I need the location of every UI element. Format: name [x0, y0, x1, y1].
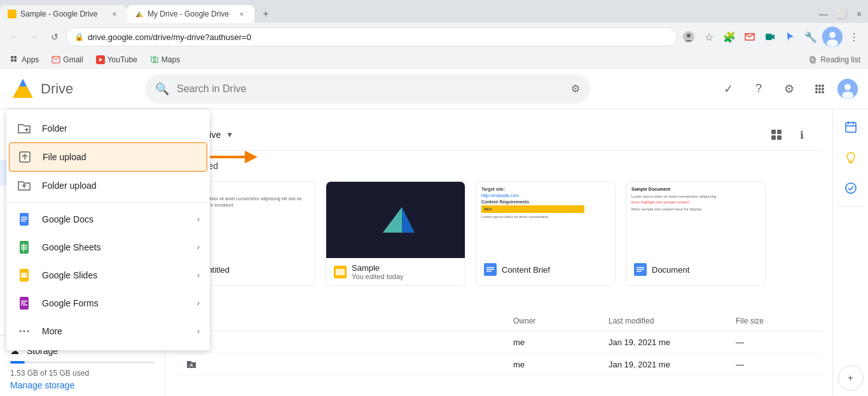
reading-list[interactable]: Reading list: [809, 55, 860, 64]
svg-rect-49: [777, 135, 782, 140]
address-bar[interactable]: 🔒 drive.google.com/drive/my-drive?authus…: [66, 27, 677, 46]
svg-rect-83: [21, 219, 27, 220]
file-thumb-3: Target site: http://example.com Content …: [476, 182, 615, 258]
profile-icon[interactable]: [680, 28, 698, 46]
file-info-2: Sample You edited today: [326, 258, 465, 285]
address-text: drive.google.com/drive/my-drive?authuser…: [88, 32, 669, 42]
svg-rect-14: [11, 56, 13, 58]
menu-item-folder[interactable]: Folder: [6, 114, 210, 142]
new-tab-button[interactable]: +: [257, 5, 275, 23]
bookmark-maps[interactable]: Maps: [148, 54, 183, 65]
tab-close-active[interactable]: ×: [237, 9, 247, 19]
svg-rect-86: [21, 245, 27, 246]
file-grid-section: Suggested Document Lorem ipsum dolor sit…: [176, 151, 822, 311]
menu-item-google-slides[interactable]: Google Slides ›: [6, 261, 210, 289]
menu-item-more[interactable]: More ›: [6, 317, 210, 345]
cursor-icon[interactable]: [782, 28, 799, 46]
list-row-2[interactable]: me Jan 19, 2021 me —: [176, 353, 822, 376]
svg-rect-46: [771, 130, 776, 134]
more-icon: [17, 324, 32, 339]
menu-label-google-sheets: Google Sheets: [42, 242, 197, 252]
reload-button[interactable]: ↺: [46, 28, 64, 46]
dropdown-menu: Folder File upload Folder upload Google …: [6, 109, 210, 350]
dropdown-chevron[interactable]: ▼: [226, 130, 233, 139]
info-button[interactable]: ℹ: [792, 125, 812, 145]
content-toolbar: My Drive ▼ ℹ: [176, 119, 822, 151]
extensions-button[interactable]: 🔧: [802, 28, 820, 46]
folder-plus-icon: [17, 121, 32, 136]
file-info-3: Content Brief: [476, 258, 615, 281]
svg-rect-61: [486, 269, 494, 270]
user-avatar[interactable]: [822, 27, 843, 47]
svg-point-7: [687, 34, 691, 38]
list-section: Name Owner Last modified File size me Ja…: [176, 311, 822, 376]
sheets-icon: [17, 240, 32, 255]
browser-maximize[interactable]: ⬜: [832, 5, 850, 23]
bookmark-maps-label: Maps: [162, 55, 180, 64]
menu-item-google-forms[interactable]: Google Forms ›: [6, 289, 210, 317]
help-support-icon[interactable]: ✓: [715, 76, 741, 102]
tab-title-inactive: Sample - Google Drive: [20, 10, 107, 18]
apps-icon: [10, 55, 19, 64]
help-icon[interactable]: ?: [746, 76, 771, 102]
file-card-3[interactable]: Target site: http://example.com Content …: [476, 181, 616, 286]
extension-button[interactable]: 🧩: [720, 28, 738, 46]
menu-item-google-docs[interactable]: Google Docs ›: [6, 205, 210, 233]
tasks-panel-icon[interactable]: [838, 175, 864, 201]
menu-item-google-sheets[interactable]: Google Sheets ›: [6, 233, 210, 261]
manage-storage-link[interactable]: Manage storage: [10, 380, 155, 390]
bookmark-gmail[interactable]: Gmail: [49, 54, 85, 65]
svg-point-99: [27, 331, 29, 332]
doc-icon-3: [484, 263, 497, 276]
svg-point-12: [829, 32, 836, 38]
settings-icon[interactable]: ⚙: [776, 76, 802, 102]
grid-view-button[interactable]: [766, 125, 787, 145]
reading-list-icon: [809, 55, 818, 64]
svg-rect-66: [637, 271, 642, 272]
file-card-4[interactable]: Sample Document Lorem ipsum dolor sit am…: [626, 181, 766, 286]
keep-panel-icon[interactable]: [838, 145, 864, 170]
folder-shared-icon-2: [186, 358, 197, 370]
svg-rect-16: [11, 59, 13, 62]
add-panel-button[interactable]: +: [838, 365, 864, 391]
menu-item-folder-upload[interactable]: Folder upload: [6, 172, 210, 200]
forward-button[interactable]: →: [25, 28, 43, 46]
gmail-bookmark-icon: [52, 55, 60, 64]
file-card-2[interactable]: Sample You edited today: [326, 181, 465, 286]
slides-icon: [17, 268, 32, 283]
back-button[interactable]: ←: [5, 28, 23, 46]
bookmark-gmail-label: Gmail: [63, 55, 83, 64]
svg-point-37: [818, 91, 821, 93]
menu-item-file-upload[interactable]: File upload: [9, 142, 207, 172]
bookmark-youtube[interactable]: YouTube: [93, 54, 140, 65]
right-panel-divider: [837, 206, 865, 207]
svg-rect-96: [23, 304, 27, 306]
toolbar-left: My Drive ▼: [186, 130, 766, 140]
forms-icon: [17, 296, 32, 311]
search-input[interactable]: [177, 83, 563, 95]
user-avatar-header[interactable]: [837, 79, 858, 99]
svg-rect-47: [777, 130, 782, 134]
tab-close-inactive[interactable]: ×: [109, 9, 120, 19]
bookmark-apps[interactable]: Apps: [8, 54, 41, 65]
menu-label-google-forms: Google Forms: [42, 298, 197, 308]
list-row-1[interactable]: me Jan 19, 2021 me —: [176, 331, 822, 353]
svg-rect-23: [810, 57, 814, 62]
more-menu-button[interactable]: ⋮: [845, 28, 863, 46]
gmail-icon[interactable]: [741, 28, 759, 46]
menu-label-more: More: [42, 326, 197, 336]
filter-icon[interactable]: ⚙: [571, 83, 580, 95]
browser-close[interactable]: ×: [850, 5, 868, 23]
menu-divider-1: [6, 202, 210, 203]
search-bar[interactable]: 🔍 ⚙: [145, 74, 590, 104]
tab-inactive[interactable]: Sample - Google Drive ×: [0, 5, 127, 23]
tab-active[interactable]: My Drive - Google Drive ×: [127, 5, 254, 23]
star-button[interactable]: ☆: [700, 28, 718, 46]
meet-icon[interactable]: [761, 28, 779, 46]
calendar-panel-icon[interactable]: [838, 114, 864, 140]
svg-rect-9: [766, 34, 772, 40]
google-apps-icon[interactable]: [807, 76, 832, 102]
svg-rect-58: [336, 269, 345, 275]
browser-minimize[interactable]: —: [815, 5, 832, 23]
docs-icon: [17, 212, 32, 227]
